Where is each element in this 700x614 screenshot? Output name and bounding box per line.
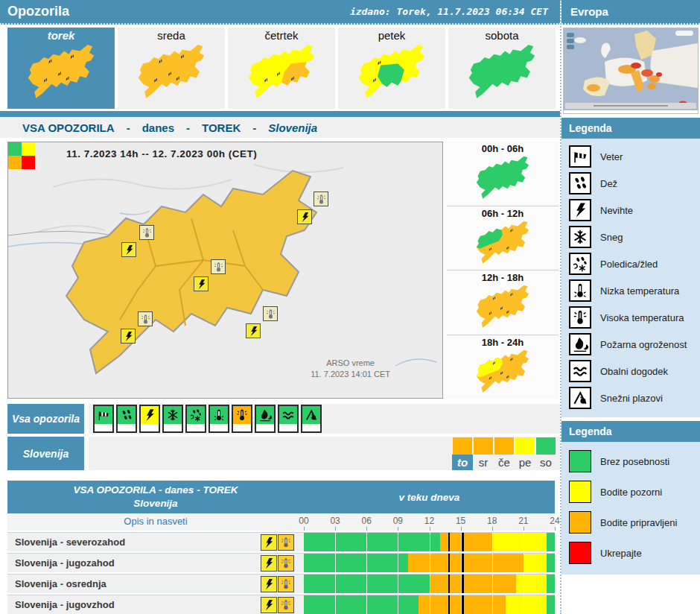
day-tab-label: sreda [157, 28, 185, 43]
warning-timeline [304, 595, 555, 614]
wind-warning-toggle[interactable] [93, 405, 114, 433]
mini-day-tab-to[interactable]: to [452, 437, 473, 470]
day-tab-torek[interactable]: torek [7, 28, 115, 109]
timeline-gridline [492, 575, 493, 593]
table-subheader: Opis in nasveti 000306091215182124 [7, 513, 555, 531]
legend-item-label: Obalni dogodek [600, 366, 668, 377]
time-map-label: 00h - 06h [447, 142, 559, 155]
storm-icon [261, 555, 277, 572]
legend-item-label: Nizka temperatura [600, 285, 679, 297]
fire-icon [256, 406, 274, 424]
temp-low-icon [210, 406, 228, 424]
timeline-gridline [335, 554, 336, 572]
day-tab-sreda[interactable]: sreda [118, 28, 225, 109]
legend-level-label: Brez posebnosti [600, 456, 669, 467]
current-time-marker [462, 595, 464, 614]
temp-low-icon [569, 279, 591, 302]
warning-type-icons [89, 404, 560, 434]
mini-day-tab-če[interactable]: če [494, 437, 515, 470]
slovenia-mini-map [447, 349, 559, 398]
current-time-marker [448, 554, 451, 572]
wind-icon [95, 406, 112, 424]
legend-item-label: Snežni plazovi [600, 393, 663, 404]
mini-day-tab-pe[interactable]: pe [515, 437, 535, 470]
ice-icon [569, 253, 591, 275]
timeline-gridline [366, 575, 367, 593]
hour-label: 18 [487, 516, 497, 526]
all-warnings-label: Vsa opozorila [7, 404, 84, 434]
description-link[interactable]: Opis in nasveti [7, 513, 304, 531]
time-map-18h-24h: 18h - 24h [447, 335, 559, 399]
table-header: VSA OPOZORILA - danes - TOREK Slovenija … [7, 481, 555, 513]
temp-low-warning-toggle[interactable] [209, 405, 229, 433]
warning-toggle-strip [279, 424, 297, 431]
region-warning-icons [261, 554, 304, 572]
region-label: Slovenija - osrednja [7, 575, 261, 593]
day-tab-sobota[interactable]: sobota [448, 28, 556, 109]
warning-timeline [304, 554, 555, 572]
warning-level-cell [22, 156, 35, 169]
day-tab-label: torek [48, 28, 75, 43]
snow-warning-toggle[interactable] [162, 405, 183, 433]
slovenia-warning-map: 11. 7.2023 14h -- 12. 7.2023 00h (CET) A… [7, 142, 443, 399]
fire-warning-toggle[interactable] [255, 405, 276, 433]
timeline-gridline [398, 595, 398, 614]
storm-warning-toggle[interactable] [139, 405, 160, 433]
legend-item-temp-low: Nizka temperatura [561, 277, 700, 304]
storm-icon [261, 576, 277, 592]
mini-day-label: so [535, 455, 556, 470]
warning-toggle-strip [233, 424, 251, 431]
legend-item-label: Nevihte [600, 205, 633, 216]
hour-tick [524, 527, 524, 531]
mini-day-tab-so[interactable]: so [535, 437, 556, 470]
avalanche-warning-toggle[interactable] [301, 405, 322, 433]
slovenia-mini-map [447, 155, 559, 204]
legend-level-label: Bodite pozorni [600, 487, 662, 498]
high-temperature-map-icon [138, 311, 153, 326]
current-time-marker [462, 533, 464, 551]
region-label: Slovenija - jugovzhod [7, 595, 261, 614]
map-credit-source: ARSO vreme [311, 358, 390, 369]
legend-item-storm: Nevihte [561, 197, 700, 224]
timeline-segment-green [547, 595, 555, 614]
hour-tick [398, 527, 398, 531]
warning-toggle-strip [210, 424, 228, 431]
timeline-gridline [335, 575, 336, 593]
timeline-gridline [492, 554, 493, 572]
temp-high-warning-toggle[interactable] [232, 405, 252, 433]
map-credit: ARSO vreme 11. 7.2023 14:01 CET [311, 358, 390, 380]
legend-level-label: Ukrepajte [600, 548, 642, 559]
mini-day-tab-sr[interactable]: sr [473, 437, 494, 470]
warning-level-cell [22, 142, 35, 156]
europe-title: Evropa [570, 5, 608, 18]
legend-item-label: Požarna ogroženost [600, 339, 687, 350]
timeline-segment-yellow [524, 554, 547, 572]
storm-map-icon [194, 276, 209, 291]
timeline-segment-orange [408, 554, 523, 572]
storm-map-icon [121, 242, 136, 257]
avalanche-icon [569, 387, 591, 409]
day-tab-četrtek[interactable]: četrtek [228, 28, 335, 109]
table-row: Slovenija - jugozahod [7, 553, 555, 572]
coastal-warning-toggle[interactable] [278, 405, 299, 433]
warning-level-cell [8, 142, 22, 156]
time-map-label: 18h - 24h [447, 336, 559, 349]
table-row: Slovenija - jugovzhod [7, 595, 555, 614]
day-tab-petek[interactable]: petek [338, 28, 445, 109]
hour-tick [335, 527, 336, 531]
timeline-segment-green [547, 575, 555, 593]
ice-warning-toggle[interactable] [185, 405, 206, 433]
timeline-gridline [492, 533, 493, 551]
time-map-label: 12h - 18h [447, 271, 559, 284]
level-color-swatch [569, 511, 591, 534]
europe-map-thumbnail[interactable] [563, 28, 699, 114]
slovenia-mini-map [447, 284, 559, 333]
hour-axis: 000306091215182124 [304, 513, 555, 531]
warning-toggle-strip [302, 424, 320, 431]
temp-high-icon [278, 555, 294, 572]
issued-timestamp: izdano: Torek, 11.7.2023 06:34 CET [350, 6, 548, 17]
storm-icon [261, 534, 277, 551]
rain-warning-toggle[interactable] [116, 405, 137, 433]
title-separator: - [186, 121, 190, 134]
timeline-gridline [366, 595, 367, 614]
